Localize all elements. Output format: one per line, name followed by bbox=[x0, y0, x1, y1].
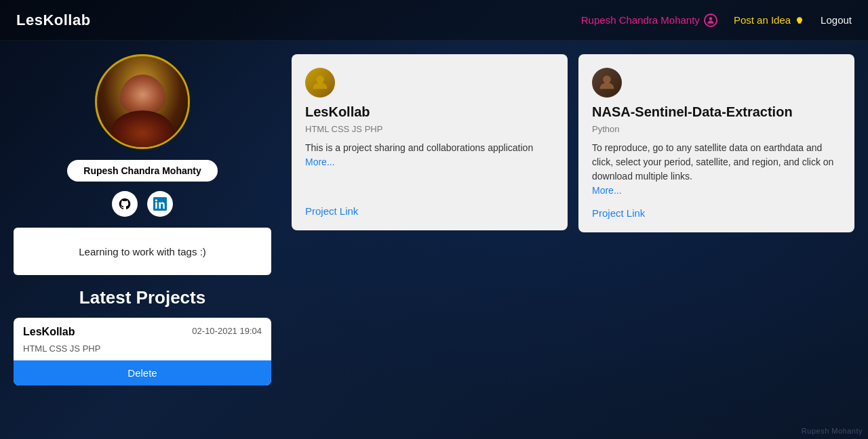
svg-point-2 bbox=[603, 76, 611, 84]
card-desc-2: To reproduce, go to any satellite data o… bbox=[592, 141, 841, 198]
post-idea-link[interactable]: Post an Idea bbox=[734, 14, 804, 26]
nav-user-link[interactable]: Rupesh Chandra Mohanty bbox=[581, 14, 717, 27]
card-title-2: NASA-Sentinel-Data-Extraction bbox=[592, 104, 841, 120]
nav-user-name: Rupesh Chandra Mohanty bbox=[581, 14, 700, 26]
main-container: Rupesh Chandra Mohanty Learning to work … bbox=[0, 41, 868, 439]
avatar bbox=[95, 54, 190, 149]
social-icons bbox=[112, 191, 173, 217]
project-card-1: LesKollab HTML CSS JS PHP This is a proj… bbox=[292, 54, 568, 230]
card-avatar-1 bbox=[305, 68, 335, 98]
card-avatar-icon-1 bbox=[311, 73, 330, 92]
project-link-2[interactable]: Project Link bbox=[592, 207, 841, 219]
card-tags-2: Python bbox=[592, 124, 841, 134]
project-list-title: LesKollab bbox=[23, 326, 75, 338]
card-title-1: LesKollab bbox=[305, 104, 554, 120]
bio-box: Learning to work with tags :) bbox=[14, 228, 271, 275]
avatar-image bbox=[97, 56, 188, 147]
card-avatar-icon-2 bbox=[597, 73, 616, 92]
linkedin-button[interactable] bbox=[147, 191, 173, 217]
project-list-tags: HTML CSS JS PHP bbox=[14, 343, 271, 360]
project-list-date: 02-10-2021 19:04 bbox=[192, 326, 262, 336]
project-list-header: LesKollab 02-10-2021 19:04 bbox=[14, 318, 271, 343]
navbar-right: Rupesh Chandra Mohanty Post an Idea Logo… bbox=[581, 14, 852, 27]
projects-area: LesKollab HTML CSS JS PHP This is a proj… bbox=[285, 41, 868, 439]
delete-button[interactable]: Delete bbox=[14, 360, 271, 385]
profile-name-badge: Rupesh Chandra Mohanty bbox=[67, 160, 217, 182]
github-icon bbox=[118, 197, 132, 211]
post-idea-label: Post an Idea bbox=[734, 14, 791, 26]
lightbulb-icon bbox=[795, 16, 804, 26]
latest-project-item: LesKollab 02-10-2021 19:04 HTML CSS JS P… bbox=[14, 318, 271, 385]
project-link-1[interactable]: Project Link bbox=[305, 205, 554, 217]
latest-projects-title: Latest Projects bbox=[14, 287, 271, 308]
card-avatar-2 bbox=[592, 68, 622, 98]
watermark: Rupesh Mohanty bbox=[802, 427, 863, 435]
github-button[interactable] bbox=[112, 191, 138, 217]
card-desc-1: This is a project sharing and collaborat… bbox=[305, 141, 554, 196]
linkedin-icon bbox=[153, 197, 167, 211]
logout-button[interactable]: Logout bbox=[821, 14, 852, 26]
brand-logo: LesKollab bbox=[16, 12, 91, 29]
card-tags-1: HTML CSS JS PHP bbox=[305, 124, 554, 134]
navbar: LesKollab Rupesh Chandra Mohanty Post an… bbox=[0, 0, 868, 41]
card-more-2[interactable]: More... bbox=[592, 185, 622, 196]
svg-point-1 bbox=[316, 76, 324, 84]
sidebar: Rupesh Chandra Mohanty Learning to work … bbox=[0, 41, 285, 439]
project-card-2: NASA-Sentinel-Data-Extraction Python To … bbox=[578, 54, 854, 232]
user-icon bbox=[704, 14, 717, 27]
card-more-1[interactable]: More... bbox=[305, 156, 335, 167]
bio-text: Learning to work with tags :) bbox=[79, 246, 206, 257]
svg-point-0 bbox=[709, 17, 713, 20]
